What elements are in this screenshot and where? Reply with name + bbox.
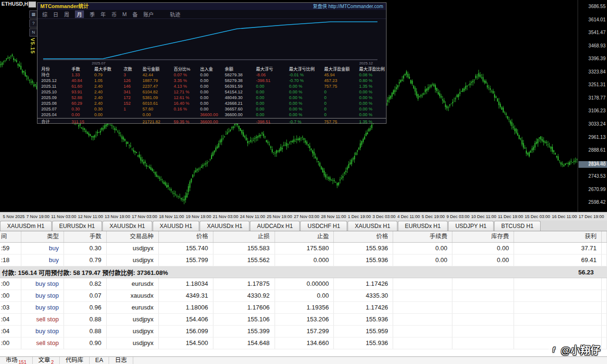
terminal-order-row[interactable]: :18buy0.79usdjpyx155.799155.5620.000155.… xyxy=(0,255,607,266)
stats-menu-item-周[interactable]: 周 xyxy=(64,10,69,18)
terminal-order-row[interactable]: :59buy0.30usdjpyx155.740155.583175.58015… xyxy=(0,243,607,255)
terminal-cell xyxy=(393,290,452,301)
terminal-order-row[interactable]: :00sell stop0.90usdjpyx154.500154.648134… xyxy=(0,337,607,349)
terminal-cell xyxy=(514,278,602,290)
stats-cell: 57.60 xyxy=(138,106,170,112)
stats-panel-brand-link[interactable]: 复盘侠 http://MTCommander.com xyxy=(313,3,383,10)
stats-menu-item-综[interactable]: 综 xyxy=(42,10,47,18)
terminal-cell: 1.17875 xyxy=(213,278,275,290)
bottom-tab-bar: 市场151文章2代码库EA日志 xyxy=(0,356,607,364)
stats-cell: 0.00 xyxy=(252,106,285,112)
terminal-col-header[interactable]: 获利 xyxy=(514,231,602,242)
price-axis-label: 3178.77 xyxy=(589,95,606,100)
time-axis-label: 28 Nov 11:00 xyxy=(321,214,346,219)
stats-panel-titlebar[interactable]: MTCommander统计 复盘侠 http://MTCommander.com xyxy=(37,3,386,10)
stats-col-header: 手数 xyxy=(68,66,91,72)
terminal-col-header[interactable] xyxy=(602,231,607,242)
stats-cell: 2.40 xyxy=(91,89,120,95)
terminal-cell: 155.936 xyxy=(334,314,393,325)
stats-cell: 0.00 xyxy=(196,100,221,106)
price-axis-label: 3323.84 xyxy=(589,69,606,74)
stats-menu-item-年[interactable]: 年 xyxy=(101,10,106,18)
price-axis-label: 2816.07 xyxy=(589,161,606,166)
stats-cell: 2025.04 xyxy=(37,112,68,118)
bottom-tab-市场[interactable]: 市场151 xyxy=(0,357,33,364)
bottom-tab-文章[interactable]: 文章2 xyxy=(33,357,60,364)
chart-tab-usdjpy-h1[interactable]: USDJPY H1 xyxy=(448,221,494,231)
price-axis-label: 2743.53 xyxy=(589,173,606,179)
bottom-tab-代码库[interactable]: 代码库 xyxy=(60,357,90,364)
terminal-col-header[interactable]: 价格 xyxy=(334,231,393,242)
chart-tab-xauusdm-h1[interactable]: XAUUSDm H1 xyxy=(0,221,52,231)
terminal-cell: 156.099 xyxy=(159,326,213,337)
stats-menu-item-币[interactable]: 币 xyxy=(111,10,117,18)
mtcommander-stats-panel[interactable]: MTCommander统计 复盘侠 http://MTCommander.com… xyxy=(37,2,386,124)
time-axis[interactable]: 5 Nov 20257 Nov 19:0011 Nov 03:0012 Nov … xyxy=(0,212,607,220)
terminal-col-header[interactable]: 止盈 xyxy=(275,231,334,242)
stats-cell: 757.75 xyxy=(320,119,355,125)
terminal-order-row[interactable]: :04buy stop0.88usdjpyx156.099155.399157.… xyxy=(0,326,607,337)
order-type-cell: buy xyxy=(21,255,64,266)
panel-note-icon[interactable]: N xyxy=(29,28,37,36)
price-axis[interactable]: 2834.40 3686.553614.013541.473468.933396… xyxy=(578,0,607,212)
terminal-col-header[interactable]: 库存费 xyxy=(452,231,514,242)
stats-cell: -0.70 % xyxy=(285,78,321,83)
terminal-cell xyxy=(514,302,602,313)
terminal-orders-table: 间类型手数交易品种价格止损止盈价格手续费库存费获利 :59buy0.30usdj… xyxy=(0,231,607,356)
stats-menu-item-账户[interactable]: 账户 xyxy=(143,10,154,18)
chart-window-button[interactable] xyxy=(28,1,36,8)
chart-tab-btcusd-h1[interactable]: BTCUSD H1 xyxy=(494,221,541,231)
chart-tab-xauusdx-h1[interactable]: XAUUSDx H1 xyxy=(348,221,397,231)
time-axis-label: 12 Nov 11:00 xyxy=(78,214,103,219)
stats-row: 2025.0952.882.401725381.0912.61 %0.00480… xyxy=(37,95,386,100)
terminal-col-header[interactable]: 类型 xyxy=(21,231,64,242)
terminal-cell: 0.00 xyxy=(452,255,514,266)
chart-tab-eurusdx-h1[interactable]: EURUSDx H1 xyxy=(398,221,448,231)
bottom-tab-日志[interactable]: 日志 xyxy=(109,357,133,364)
terminal-col-header[interactable]: 手数 xyxy=(64,231,107,242)
terminal-col-header[interactable]: 手续费 xyxy=(393,231,452,242)
terminal-cell: 0.88 xyxy=(64,326,107,337)
stats-menu-item-轨迹[interactable]: 轨迹 xyxy=(170,10,180,18)
terminal-cell: :03 xyxy=(0,302,21,313)
stats-cell: 0.00 % xyxy=(355,95,386,100)
terminal-cell: 0.07 xyxy=(64,290,107,301)
terminal-order-row[interactable]: :00buy stop0.82eurusdx1.180341.178750.00… xyxy=(0,278,607,290)
stats-menu-item-月[interactable]: 月 xyxy=(75,10,84,18)
order-type-cell: buy stop xyxy=(21,278,64,290)
stats-cell: 36600.00 xyxy=(196,112,221,118)
time-axis-label: 25 Nov 19:00 xyxy=(267,214,293,219)
terminal-order-row[interactable]: :00buy stop0.07xauusdx4349.314330.920.00… xyxy=(0,290,607,302)
chart-tab-eurusdx-h1[interactable]: EURUSDx H1 xyxy=(52,221,102,231)
chart-tab-xauusdx-h1[interactable]: XAUUSDx H1 xyxy=(200,221,249,231)
stats-menu-item-日[interactable]: 日 xyxy=(53,10,58,18)
terminal-col-header[interactable]: 间 xyxy=(0,231,21,242)
chart-tab-audcadx-h1[interactable]: AUDCADx H1 xyxy=(250,221,300,231)
terminal-cell: 154.500 xyxy=(159,337,213,349)
stats-menu-item-M[interactable]: M xyxy=(122,11,127,17)
time-axis-label: 9 Dec 03:00 xyxy=(446,214,469,219)
panel-help-icon[interactable]: ? xyxy=(29,19,37,27)
stats-menu-item-备[interactable]: 备 xyxy=(132,10,138,18)
stats-cell: 2025.07 xyxy=(37,106,68,112)
terminal-order-row[interactable]: :03buy stop0.96eurusdx1.180061.176061.19… xyxy=(0,302,607,314)
stats-menu-item-季[interactable]: 季 xyxy=(90,10,95,18)
stats-cell: -398.51 xyxy=(252,119,285,125)
bottom-tab-EA[interactable]: EA xyxy=(90,357,110,364)
stats-cell: 42.44 xyxy=(138,72,170,78)
panel-chart-icon[interactable]: ▦ xyxy=(29,10,37,18)
chart-tab-usdchf-h1[interactable]: USDCHF H1 xyxy=(300,221,347,231)
terminal-cell: :00 xyxy=(0,290,21,301)
stats-col-header: 余额 xyxy=(221,66,252,72)
terminal-header-row: 间类型手数交易品种价格止损止盈价格手续费库存费获利 xyxy=(0,231,607,243)
terminal-col-header[interactable]: 止损 xyxy=(213,231,275,242)
chart-tab-xauusdx-h1[interactable]: XAUUSDx H1 xyxy=(102,221,152,231)
terminal-order-row[interactable]: :04sell stop0.88usdjpyx154.406155.106153… xyxy=(0,314,607,326)
terminal-cell: usdjpyx xyxy=(107,314,159,325)
terminal-col-header[interactable]: 价格 xyxy=(159,231,213,242)
chart-tab-xauusd-h1[interactable]: XAUUSD H1 xyxy=(153,221,200,231)
price-axis-label: 2961.13 xyxy=(589,135,606,140)
terminal-cell xyxy=(452,290,514,301)
account-summary-row[interactable]: 付款: 156.14 可用预付款: 58 179.47 预付款比例: 37361… xyxy=(0,266,607,278)
terminal-col-header[interactable]: 交易品种 xyxy=(107,231,159,242)
